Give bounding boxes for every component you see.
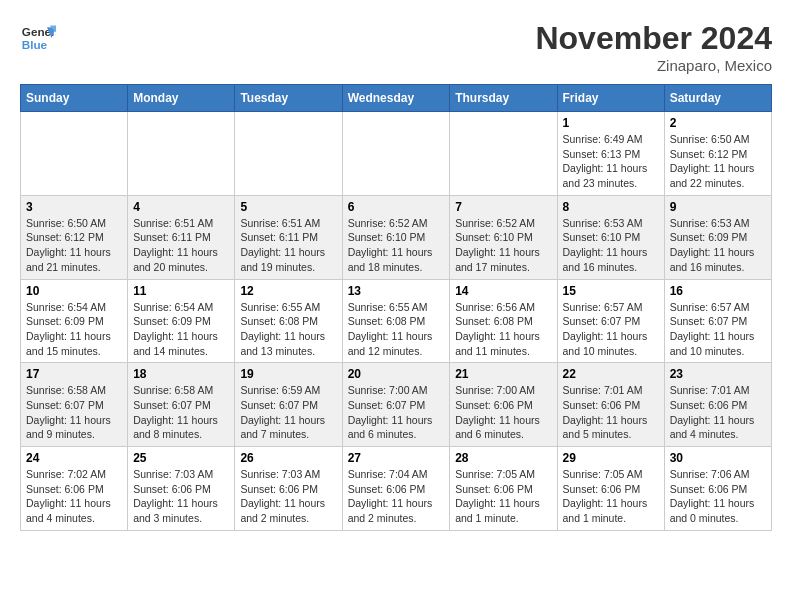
day-info: Sunrise: 6:52 AM Sunset: 6:10 PM Dayligh… [455, 216, 551, 275]
day-info: Sunrise: 6:50 AM Sunset: 6:12 PM Dayligh… [26, 216, 122, 275]
day-info: Sunrise: 6:51 AM Sunset: 6:11 PM Dayligh… [133, 216, 229, 275]
day-info: Sunrise: 7:05 AM Sunset: 6:06 PM Dayligh… [563, 467, 659, 526]
calendar-cell: 28Sunrise: 7:05 AM Sunset: 6:06 PM Dayli… [450, 447, 557, 531]
day-info: Sunrise: 6:53 AM Sunset: 6:09 PM Dayligh… [670, 216, 766, 275]
page-header: General Blue November 2024 Zinaparo, Mex… [20, 20, 772, 74]
day-number: 11 [133, 284, 229, 298]
logo: General Blue [20, 20, 56, 56]
calendar-cell: 1Sunrise: 6:49 AM Sunset: 6:13 PM Daylig… [557, 112, 664, 196]
day-number: 16 [670, 284, 766, 298]
calendar-cell: 19Sunrise: 6:59 AM Sunset: 6:07 PM Dayli… [235, 363, 342, 447]
day-number: 8 [563, 200, 659, 214]
calendar-cell: 29Sunrise: 7:05 AM Sunset: 6:06 PM Dayli… [557, 447, 664, 531]
day-info: Sunrise: 7:01 AM Sunset: 6:06 PM Dayligh… [670, 383, 766, 442]
day-info: Sunrise: 6:51 AM Sunset: 6:11 PM Dayligh… [240, 216, 336, 275]
day-info: Sunrise: 6:57 AM Sunset: 6:07 PM Dayligh… [670, 300, 766, 359]
calendar-cell: 5Sunrise: 6:51 AM Sunset: 6:11 PM Daylig… [235, 195, 342, 279]
calendar-cell: 3Sunrise: 6:50 AM Sunset: 6:12 PM Daylig… [21, 195, 128, 279]
day-number: 4 [133, 200, 229, 214]
day-info: Sunrise: 6:53 AM Sunset: 6:10 PM Dayligh… [563, 216, 659, 275]
day-info: Sunrise: 6:58 AM Sunset: 6:07 PM Dayligh… [26, 383, 122, 442]
day-number: 23 [670, 367, 766, 381]
day-number: 6 [348, 200, 445, 214]
day-number: 13 [348, 284, 445, 298]
calendar-cell: 21Sunrise: 7:00 AM Sunset: 6:06 PM Dayli… [450, 363, 557, 447]
day-number: 21 [455, 367, 551, 381]
day-info: Sunrise: 6:49 AM Sunset: 6:13 PM Dayligh… [563, 132, 659, 191]
weekday-header: Tuesday [235, 85, 342, 112]
weekday-header: Monday [128, 85, 235, 112]
day-number: 26 [240, 451, 336, 465]
calendar-cell: 27Sunrise: 7:04 AM Sunset: 6:06 PM Dayli… [342, 447, 450, 531]
calendar-cell: 16Sunrise: 6:57 AM Sunset: 6:07 PM Dayli… [664, 279, 771, 363]
day-number: 30 [670, 451, 766, 465]
day-info: Sunrise: 7:06 AM Sunset: 6:06 PM Dayligh… [670, 467, 766, 526]
day-info: Sunrise: 6:57 AM Sunset: 6:07 PM Dayligh… [563, 300, 659, 359]
day-number: 27 [348, 451, 445, 465]
weekday-header: Wednesday [342, 85, 450, 112]
day-number: 20 [348, 367, 445, 381]
weekday-header: Friday [557, 85, 664, 112]
day-number: 5 [240, 200, 336, 214]
day-number: 19 [240, 367, 336, 381]
day-number: 25 [133, 451, 229, 465]
day-number: 28 [455, 451, 551, 465]
day-number: 12 [240, 284, 336, 298]
day-number: 29 [563, 451, 659, 465]
day-number: 2 [670, 116, 766, 130]
day-info: Sunrise: 6:50 AM Sunset: 6:12 PM Dayligh… [670, 132, 766, 191]
calendar-cell: 8Sunrise: 6:53 AM Sunset: 6:10 PM Daylig… [557, 195, 664, 279]
day-number: 9 [670, 200, 766, 214]
day-number: 10 [26, 284, 122, 298]
day-info: Sunrise: 6:55 AM Sunset: 6:08 PM Dayligh… [240, 300, 336, 359]
calendar-cell: 12Sunrise: 6:55 AM Sunset: 6:08 PM Dayli… [235, 279, 342, 363]
calendar-cell: 10Sunrise: 6:54 AM Sunset: 6:09 PM Dayli… [21, 279, 128, 363]
calendar-cell [235, 112, 342, 196]
calendar-cell: 2Sunrise: 6:50 AM Sunset: 6:12 PM Daylig… [664, 112, 771, 196]
day-info: Sunrise: 6:52 AM Sunset: 6:10 PM Dayligh… [348, 216, 445, 275]
day-number: 7 [455, 200, 551, 214]
calendar-cell: 23Sunrise: 7:01 AM Sunset: 6:06 PM Dayli… [664, 363, 771, 447]
day-number: 24 [26, 451, 122, 465]
calendar-cell: 6Sunrise: 6:52 AM Sunset: 6:10 PM Daylig… [342, 195, 450, 279]
day-number: 3 [26, 200, 122, 214]
calendar-week-row: 3Sunrise: 6:50 AM Sunset: 6:12 PM Daylig… [21, 195, 772, 279]
day-number: 18 [133, 367, 229, 381]
calendar-cell: 7Sunrise: 6:52 AM Sunset: 6:10 PM Daylig… [450, 195, 557, 279]
calendar-week-row: 24Sunrise: 7:02 AM Sunset: 6:06 PM Dayli… [21, 447, 772, 531]
calendar-header-row: SundayMondayTuesdayWednesdayThursdayFrid… [21, 85, 772, 112]
calendar-week-row: 1Sunrise: 6:49 AM Sunset: 6:13 PM Daylig… [21, 112, 772, 196]
calendar-cell: 9Sunrise: 6:53 AM Sunset: 6:09 PM Daylig… [664, 195, 771, 279]
day-number: 15 [563, 284, 659, 298]
weekday-header: Thursday [450, 85, 557, 112]
calendar-cell: 24Sunrise: 7:02 AM Sunset: 6:06 PM Dayli… [21, 447, 128, 531]
logo-icon: General Blue [20, 20, 56, 56]
day-info: Sunrise: 7:00 AM Sunset: 6:07 PM Dayligh… [348, 383, 445, 442]
day-info: Sunrise: 7:04 AM Sunset: 6:06 PM Dayligh… [348, 467, 445, 526]
day-info: Sunrise: 7:00 AM Sunset: 6:06 PM Dayligh… [455, 383, 551, 442]
calendar-cell: 20Sunrise: 7:00 AM Sunset: 6:07 PM Dayli… [342, 363, 450, 447]
calendar-cell: 11Sunrise: 6:54 AM Sunset: 6:09 PM Dayli… [128, 279, 235, 363]
calendar-cell: 15Sunrise: 6:57 AM Sunset: 6:07 PM Dayli… [557, 279, 664, 363]
calendar-cell: 17Sunrise: 6:58 AM Sunset: 6:07 PM Dayli… [21, 363, 128, 447]
calendar-cell: 22Sunrise: 7:01 AM Sunset: 6:06 PM Dayli… [557, 363, 664, 447]
weekday-header: Saturday [664, 85, 771, 112]
calendar-cell: 13Sunrise: 6:55 AM Sunset: 6:08 PM Dayli… [342, 279, 450, 363]
calendar-table: SundayMondayTuesdayWednesdayThursdayFrid… [20, 84, 772, 531]
day-info: Sunrise: 7:02 AM Sunset: 6:06 PM Dayligh… [26, 467, 122, 526]
calendar-cell [342, 112, 450, 196]
day-number: 1 [563, 116, 659, 130]
day-info: Sunrise: 7:03 AM Sunset: 6:06 PM Dayligh… [240, 467, 336, 526]
day-info: Sunrise: 6:55 AM Sunset: 6:08 PM Dayligh… [348, 300, 445, 359]
location-subtitle: Zinaparo, Mexico [535, 57, 772, 74]
calendar-cell: 26Sunrise: 7:03 AM Sunset: 6:06 PM Dayli… [235, 447, 342, 531]
weekday-header: Sunday [21, 85, 128, 112]
calendar-cell [450, 112, 557, 196]
calendar-cell: 14Sunrise: 6:56 AM Sunset: 6:08 PM Dayli… [450, 279, 557, 363]
calendar-cell [128, 112, 235, 196]
day-info: Sunrise: 6:59 AM Sunset: 6:07 PM Dayligh… [240, 383, 336, 442]
day-number: 17 [26, 367, 122, 381]
day-number: 22 [563, 367, 659, 381]
calendar-cell: 30Sunrise: 7:06 AM Sunset: 6:06 PM Dayli… [664, 447, 771, 531]
svg-text:Blue: Blue [22, 38, 48, 51]
